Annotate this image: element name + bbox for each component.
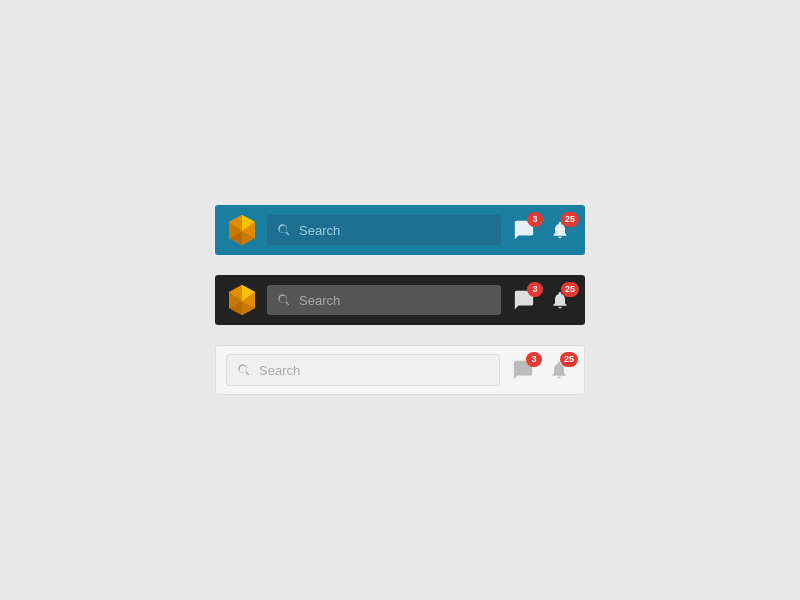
bell-button-dark[interactable]: 25 — [545, 285, 575, 315]
logo-gem — [225, 213, 259, 247]
bell-button-teal[interactable]: 25 — [545, 215, 575, 245]
chat-badge-white: 3 — [526, 352, 542, 367]
logo-gem-dark — [225, 283, 259, 317]
icon-group-white: 3 25 — [508, 355, 574, 385]
bell-badge-dark: 25 — [561, 282, 579, 297]
navbar-white: 3 25 — [215, 345, 585, 395]
search-box-teal — [267, 215, 501, 245]
bell-button-white[interactable]: 25 — [544, 355, 574, 385]
search-input-white[interactable] — [227, 355, 499, 385]
navbar-teal: 3 25 — [215, 205, 585, 255]
chat-badge-teal: 3 — [527, 212, 543, 227]
chat-button-dark[interactable]: 3 — [509, 285, 539, 315]
bell-badge-white: 25 — [560, 352, 578, 367]
bell-badge-teal: 25 — [561, 212, 579, 227]
icon-group-dark: 3 25 — [509, 285, 575, 315]
search-input-dark[interactable] — [267, 285, 501, 315]
search-input-teal[interactable] — [267, 215, 501, 245]
chat-button-teal[interactable]: 3 — [509, 215, 539, 245]
icon-group-teal: 3 25 — [509, 215, 575, 245]
search-box-white — [226, 354, 500, 386]
chat-badge-dark: 3 — [527, 282, 543, 297]
navbar-dark: 3 25 — [215, 275, 585, 325]
chat-button-white[interactable]: 3 — [508, 355, 538, 385]
search-box-dark — [267, 285, 501, 315]
